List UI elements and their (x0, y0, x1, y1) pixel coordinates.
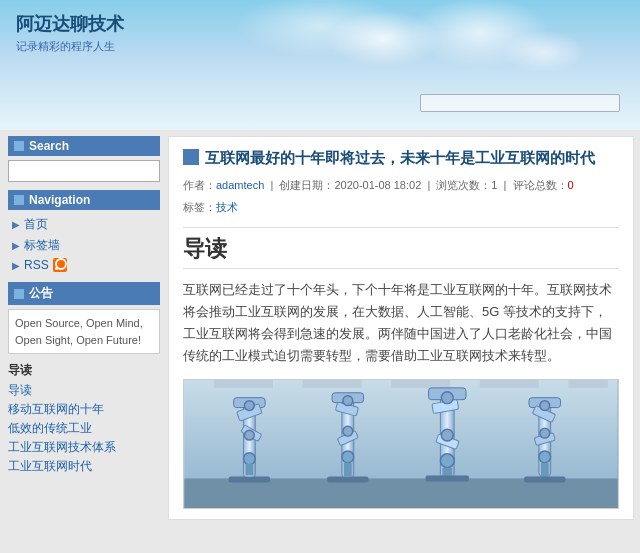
svg-rect-1 (184, 479, 617, 509)
meta-comments-label: 评论总数： (513, 179, 568, 191)
meta-author[interactable]: adamtech (216, 179, 264, 191)
svg-point-21 (342, 451, 354, 463)
search-section-icon (14, 141, 24, 151)
site-subtitle: 记录精彩的程序人生 (16, 39, 624, 54)
nav-arrow-rss: ▶ (12, 260, 20, 271)
svg-rect-2 (214, 380, 273, 388)
article-meta-row1: 作者：adamtech | 创建日期：2020-01-08 18:02 | 浏览… (183, 176, 619, 196)
article-title-bar: 互联网最好的十年即将过去，未来十年是工业互联网的时代 (183, 147, 619, 168)
nav-label-tags: 标签墙 (24, 237, 60, 254)
svg-point-36 (540, 428, 550, 438)
site-title: 阿迈达聊技术 (16, 12, 624, 36)
svg-rect-3 (303, 380, 362, 388)
nav-arrow-home: ▶ (12, 219, 20, 230)
meta-date: 2020-01-08 18:02 (334, 179, 421, 191)
svg-rect-5 (480, 380, 539, 388)
meta-views-label: 浏览次数： (436, 179, 491, 191)
notice-section-label: 公告 (29, 285, 53, 302)
svg-rect-40 (327, 477, 368, 483)
meta-date-label: 创建日期： (279, 179, 334, 191)
toc-item-era[interactable]: 工业互联网时代 (8, 457, 160, 476)
svg-point-20 (343, 426, 353, 436)
meta-author-label: 作者： (183, 179, 216, 191)
header-searchbar[interactable] (420, 94, 620, 112)
svg-point-28 (441, 429, 453, 441)
search-input[interactable] (8, 160, 160, 182)
svg-rect-22 (344, 463, 352, 477)
svg-rect-38 (541, 463, 549, 477)
main-layout: Search Navigation ▶ 首页 ▶ 标签墙 ▶ RSS (0, 130, 640, 526)
svg-rect-41 (426, 476, 469, 482)
sidebar-notice-section: 公告 Open Source, Open Mind, Open Sight, O… (8, 282, 160, 354)
tag-label: 标签： (183, 201, 216, 213)
notice-section-header: 公告 (8, 282, 160, 305)
nav-item-home[interactable]: ▶ 首页 (8, 214, 160, 235)
svg-point-27 (441, 392, 453, 404)
meta-comments: 0 (568, 179, 574, 191)
sidebar: Search Navigation ▶ 首页 ▶ 标签墙 ▶ RSS (0, 130, 168, 526)
svg-rect-42 (524, 477, 565, 483)
meta-views: 1 (491, 179, 497, 191)
svg-rect-14 (245, 464, 253, 476)
sidebar-search-section: Search (8, 136, 160, 182)
article-tags: 标签：技术 (183, 200, 619, 215)
toc-item-intro[interactable]: 导读 (8, 381, 160, 400)
section-heading: 导读 (183, 234, 619, 269)
svg-rect-6 (568, 380, 607, 388)
notice-section-icon (14, 289, 24, 299)
article-title: 互联网最好的十年即将过去，未来十年是工业互联网的时代 (205, 147, 595, 168)
toc-title: 导读 (8, 362, 160, 379)
tag-value[interactable]: 技术 (216, 201, 238, 213)
nav-item-rss[interactable]: ▶ RSS (8, 256, 160, 274)
article-image (183, 379, 619, 509)
rss-icon (53, 258, 67, 272)
robot-svg (184, 380, 618, 508)
nav-label-rss: RSS (24, 258, 49, 272)
svg-point-13 (243, 453, 255, 465)
sidebar-toc: 导读 导读 移动互联网的十年 低效的传统工业 工业互联网技术体系 工业互联网时代 (8, 362, 160, 476)
toc-item-tech[interactable]: 工业互联网技术体系 (8, 438, 160, 457)
search-section-label: Search (29, 139, 69, 153)
nav-item-tags[interactable]: ▶ 标签墙 (8, 235, 160, 256)
nav-arrow-tags: ▶ (12, 240, 20, 251)
sidebar-nav-section: Navigation ▶ 首页 ▶ 标签墙 ▶ RSS (8, 190, 160, 274)
svg-point-11 (244, 401, 254, 411)
svg-point-37 (539, 451, 551, 463)
divider (183, 227, 619, 228)
toc-item-mobile[interactable]: 移动互联网的十年 (8, 400, 160, 419)
toc-item-traditional[interactable]: 低效的传统工业 (8, 419, 160, 438)
article-body: 互联网已经走过了十个年头，下个十年将是工业互联网的十年。互联网技术将会推动工业互… (183, 279, 619, 367)
article-title-icon (183, 149, 199, 165)
nav-label-home: 首页 (24, 216, 48, 233)
header: 阿迈达聊技术 记录精彩的程序人生 (0, 0, 640, 130)
article-content: 互联网最好的十年即将过去，未来十年是工业互联网的时代 作者：adamtech |… (168, 136, 634, 520)
svg-point-19 (343, 396, 353, 406)
search-section-header: Search (8, 136, 160, 156)
svg-point-12 (244, 430, 254, 440)
nav-section-label: Navigation (29, 193, 90, 207)
svg-rect-4 (391, 380, 450, 388)
svg-point-35 (540, 401, 550, 411)
svg-rect-39 (229, 477, 270, 483)
svg-point-29 (440, 454, 454, 468)
notice-content: Open Source, Open Mind, Open Sight, Open… (8, 309, 160, 354)
nav-section-header: Navigation (8, 190, 160, 210)
nav-section-icon (14, 195, 24, 205)
